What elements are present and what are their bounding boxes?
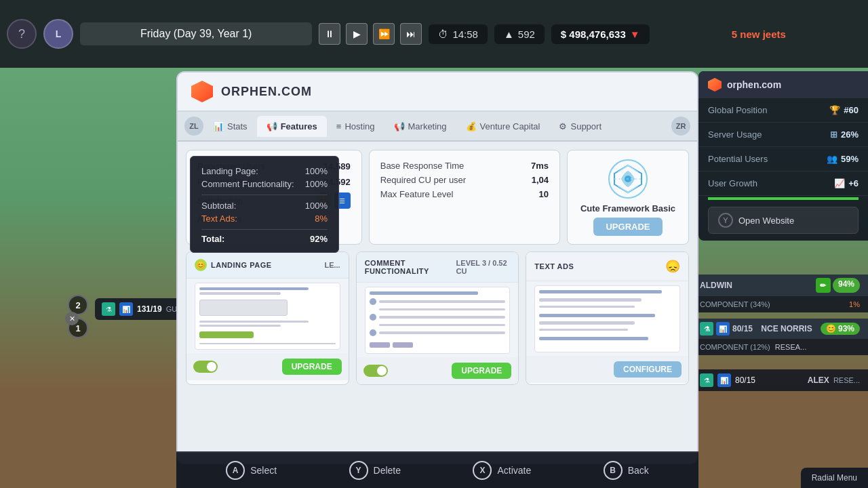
landing-toggle[interactable]: [193, 361, 218, 373]
tooltip-total-label: Total:: [201, 234, 224, 244]
feature-card-landing-page: 😊 LANDING PAGE LE...: [186, 251, 349, 385]
mockup-line-2: [199, 292, 281, 295]
aldwin-area: ALDWIN ✏ 94% COMPONENT (34%) 1%: [692, 274, 868, 312]
required-cu-stat: Required CU per user 1,04: [380, 173, 549, 187]
text-ads-sad-icon: 😞: [665, 259, 680, 274]
max-feature-label: Max Feature Level: [380, 189, 454, 199]
tab-features[interactable]: 📢 Features: [257, 116, 327, 137]
trophy-icon: 🏆: [829, 105, 840, 115]
base-response-stat: Base Response Time 7ms: [380, 159, 549, 173]
nav-left-button[interactable]: ZL: [184, 117, 203, 136]
action-back[interactable]: B Back: [604, 461, 649, 480]
trend-down-icon: ▼: [630, 28, 640, 40]
users-icon: 👥: [827, 154, 837, 164]
skip-button[interactable]: ⏭: [400, 23, 422, 45]
tooltip-total-value: 92%: [310, 234, 328, 244]
alex-stats: 80/15: [735, 375, 755, 385]
norris-satisfaction-badge: 😊 93%: [821, 323, 860, 335]
landing-mockup: [195, 283, 340, 350]
population-display: ▲ 592: [494, 24, 545, 44]
tooltip-comment-func: Comment Functionality: 100%: [201, 178, 328, 190]
back-label: Back: [628, 465, 649, 476]
server-usage-value: ⊞ 26%: [830, 129, 859, 140]
mockup-name-2: [379, 316, 506, 319]
mockup-line-1: [199, 287, 309, 290]
support-icon: ⚙: [559, 121, 567, 131]
mid-stats-panel: Base Response Time 7ms Required CU per u…: [369, 150, 560, 245]
base-response-label: Base Response Time: [380, 161, 465, 171]
action-select[interactable]: A Select: [226, 461, 277, 480]
required-cu-value: 1,04: [532, 175, 549, 185]
alex-panel: ⚗ 📊 80/15 ALEX RESE...: [692, 369, 868, 391]
alex-research: RESE...: [833, 376, 860, 384]
close-button[interactable]: ✕: [65, 312, 79, 325]
norris-research-label: RESEA...: [775, 343, 806, 351]
text-ads-preview: [526, 281, 688, 356]
framework-name: Cute Framework Basic: [580, 203, 675, 214]
text-ads-configure-button[interactable]: CONFIGURE: [614, 361, 682, 378]
alex-flask-icon: ⚗: [700, 373, 713, 387]
comment-upgrade-button[interactable]: UPGRADE: [452, 363, 511, 379]
activate-label: Activate: [497, 465, 531, 476]
feature-card-comment: COMMENT FUNCTIONALITY LEVEL 3 / 0.52 CU: [356, 251, 519, 385]
tab-stats[interactable]: 📊 Stats: [203, 116, 257, 137]
tooltip-total: Total: 92%: [201, 234, 328, 244]
global-position-stat: Global Position 🏆 #60: [698, 98, 868, 123]
tab-support[interactable]: ⚙ Support: [549, 116, 611, 137]
mockup-ad-2: [539, 298, 642, 302]
aldwin-edit-button[interactable]: ✏: [816, 278, 831, 293]
radial-menu-label: Radial Menu: [812, 473, 857, 483]
jeets-notice: 5 new jeets: [656, 28, 861, 40]
pause-button[interactable]: ⏸: [319, 23, 340, 45]
mockup-actions: [370, 342, 506, 348]
framework-upgrade-button[interactable]: UPGRADE: [593, 218, 662, 236]
nav-right-button[interactable]: ZR: [671, 117, 690, 136]
landing-footer: UPGRADE: [186, 353, 349, 380]
alex-name: ALEX: [808, 375, 829, 385]
fast-forward-button[interactable]: ⏩: [373, 23, 395, 45]
feature-text-ads-header: TEXT ADS 😞: [526, 252, 688, 281]
tab-hosting[interactable]: ≡ Hosting: [327, 116, 384, 137]
tooltip-subtotal: Subtotal: 100%: [201, 199, 328, 212]
avatar-button[interactable]: L: [43, 19, 73, 49]
venture-icon: 💰: [466, 121, 477, 131]
framework-panel: Cute Framework Basic UPGRADE: [567, 150, 689, 245]
tooltip-comment-label: Comment Functionality:: [201, 179, 294, 189]
aldwin-header: ALDWIN ✏ 94%: [692, 274, 868, 296]
y-circle-icon: Y: [718, 213, 733, 228]
open-website-button[interactable]: Y Open Website: [708, 207, 859, 234]
grid-icon: ⊞: [830, 129, 837, 140]
framework-logo: [608, 159, 648, 199]
tab-venture[interactable]: 💰 Venture Capital: [456, 116, 550, 137]
mockup-avatar-2: [370, 314, 376, 321]
help-button[interactable]: ?: [7, 19, 37, 49]
mockup-box: [199, 300, 288, 316]
mockup-c-line-1: [370, 291, 479, 295]
mockup-name-1: [379, 300, 506, 303]
b-button: B: [604, 461, 623, 480]
date-display: Friday (Day 39, Year 1): [80, 22, 312, 45]
comment-toggle[interactable]: [363, 365, 388, 377]
select-label: Select: [250, 465, 277, 476]
hosting-icon: ≡: [336, 121, 342, 131]
max-feature-stat: Max Feature Level 10: [380, 187, 549, 201]
mockup-line-3: [199, 321, 309, 323]
tooltip-divider-2: [201, 229, 328, 230]
media-controls: ⏸ ▶ ⏩ ⏭: [319, 23, 422, 45]
landing-upgrade-button[interactable]: UPGRADE: [282, 359, 342, 375]
mockup-profile-1: [370, 297, 506, 306]
server-usage-label: Server Usage: [708, 129, 762, 140]
action-delete[interactable]: Y Delete: [349, 461, 401, 480]
tab-marketing[interactable]: 📢 Marketing: [384, 116, 456, 137]
aldwin-name: ALDWIN: [700, 281, 732, 290]
tooltip-landing-label: Landing Page:: [201, 166, 258, 176]
landing-page-preview: [186, 279, 349, 353]
comment-footer: UPGRADE: [357, 357, 519, 384]
action-activate[interactable]: X Activate: [473, 461, 531, 480]
mockup-ad-1: [539, 290, 662, 293]
mockup-c-line-2: [379, 308, 506, 310]
green-indicator-bar: [708, 197, 859, 200]
play-button[interactable]: ▶: [346, 23, 368, 45]
text-ads-mockup: [534, 285, 680, 352]
stats-icon: 📊: [213, 121, 224, 131]
